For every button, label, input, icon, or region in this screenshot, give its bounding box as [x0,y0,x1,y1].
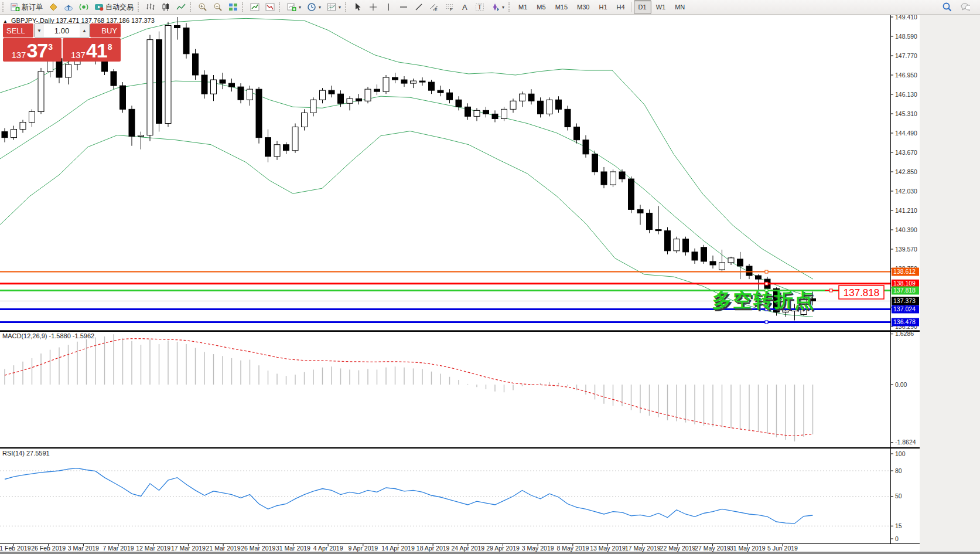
autotrading-button[interactable]: 自动交易 [91,0,136,14]
search-button[interactable] [939,0,954,14]
caret-down-icon: ▼ [37,28,42,33]
timeframe-w1[interactable]: W1 [651,0,671,14]
toolbar-grip[interactable] [279,2,282,12]
cursor-button[interactable] [350,0,366,14]
candle-bear [538,101,544,114]
chart-canvas[interactable]: 多空转折点多空转折点137.818149.410148.590147.77014… [0,15,980,554]
toolbar: 新订单自动交易▾▾▾EFAT▾M1M5M15M30H1H4D1W1MN [0,0,980,15]
candle-bear [746,266,752,276]
sell-button[interactable]: SELL [3,23,33,38]
toolbar-grip[interactable] [2,2,5,12]
svg-text:A: A [462,3,467,12]
candle-bull [292,127,298,151]
toolbar-group-indicator-windows [241,0,278,15]
new-order-button[interactable]: 新订单 [8,0,46,14]
toolbar-grip[interactable] [190,2,193,12]
candle-bull [347,98,353,103]
candle-bear [629,179,634,209]
zoom-in-button[interactable] [195,0,210,14]
annotation-text[interactable]: 多空转折点 [712,289,815,311]
vline-icon [384,2,393,12]
periods-menu-button[interactable]: ▾ [304,0,324,14]
toolbar-grip[interactable] [508,2,511,12]
vertical-line-button[interactable] [381,0,396,14]
timeframe-m15[interactable]: M15 [551,0,572,14]
timeframe-h1[interactable]: H1 [594,0,612,14]
candlestick-chart-button[interactable] [158,0,173,14]
button-label: H1 [599,4,607,11]
new-chart-button[interactable]: ▾ [284,0,304,14]
zoom-out-button[interactable] [210,0,226,14]
history-center-button[interactable] [46,0,61,14]
publish-icon [64,2,73,12]
candle-bear [220,80,226,83]
svg-text:E: E [435,8,438,12]
bar-chart-button[interactable] [143,0,158,14]
indicator-window-button[interactable] [247,0,262,14]
chat-button[interactable] [958,0,973,14]
tile-windows-button[interactable] [226,0,241,14]
timeframe-d1[interactable]: D1 [634,0,651,14]
candle-bear [374,89,380,91]
toolbar-grip[interactable] [138,2,141,12]
toolbar-right [939,0,979,14]
time-axis[interactable]: 21 Feb 201926 Feb 20193 Mar 20197 Mar 20… [0,543,920,552]
timeframe-mn[interactable]: MN [670,0,689,14]
button-label: M5 [537,4,545,11]
line-chart-button[interactable] [173,0,189,14]
timeframe-m5[interactable]: M5 [532,0,550,14]
candle-bear [183,28,189,54]
price-tick-label: 144.490 [895,130,917,137]
candle-bear [619,172,625,179]
date-tick-label: 22 May 2019 [660,545,696,552]
price-tick-label: 140.390 [895,226,917,233]
volume-input[interactable] [44,24,80,37]
volume-increase-button[interactable]: ▲ [80,24,89,37]
candle-bull [165,25,171,123]
timeframe-m1[interactable]: M1 [514,0,532,14]
button-label: 自动交易 [105,2,134,12]
buy-button[interactable]: BUY [90,23,121,38]
timeframe-h4[interactable]: H4 [612,0,630,14]
candle-bear [256,89,262,138]
candle-bull [365,89,371,101]
arrows-button[interactable]: ▾ [487,0,507,14]
toolbar-grip[interactable] [345,2,348,12]
buy-price[interactable]: 137418 [63,38,121,62]
level-price-tag-text: 138.109 [893,280,916,287]
candle-bear [528,94,534,101]
date-tick-label: 14 Apr 2019 [381,545,415,552]
templates-button[interactable]: ▾ [324,0,344,14]
macd-tick-label: 1.6286 [895,330,914,337]
sell-price[interactable]: 137373 [3,38,62,62]
date-tick-label: 24 Apr 2019 [452,545,485,552]
trendline-button[interactable] [411,0,426,14]
publish-button[interactable] [61,0,76,14]
equidistant-channel-button[interactable]: E [426,0,442,14]
candle-chart-icon [161,2,170,12]
candle-bull [501,109,507,118]
macd-label: MACD(12,26,9) -1.5880 -1.5962 [2,332,94,339]
candle-bull [38,72,44,111]
date-tick-label: 7 Mar 2019 [103,545,134,552]
candle-bull [138,135,144,137]
toolbar-grip[interactable] [242,2,245,12]
search-icon [942,2,951,12]
candle-bull [310,100,316,113]
date-tick-label: 9 Apr 2019 [348,545,378,552]
text-label-button[interactable]: T [472,0,487,14]
volume-decrease-button[interactable]: ▼ [35,24,44,37]
timeframe-m30[interactable]: M30 [572,0,594,14]
candle-bull [66,64,71,77]
caret-up-icon: ▲ [82,28,87,33]
candle-bear [329,90,334,94]
horizontal-line-button[interactable] [396,0,411,14]
crosshair-button[interactable] [366,0,381,14]
indicator-window-remove-button[interactable] [262,0,278,14]
date-tick-label: 3 Mar 2019 [68,545,99,552]
signals-button[interactable] [76,0,91,14]
candle-bear [447,93,453,100]
candle-bear [574,127,580,140]
fibonacci-button[interactable]: F [442,0,457,14]
text-button[interactable]: A [457,0,472,14]
